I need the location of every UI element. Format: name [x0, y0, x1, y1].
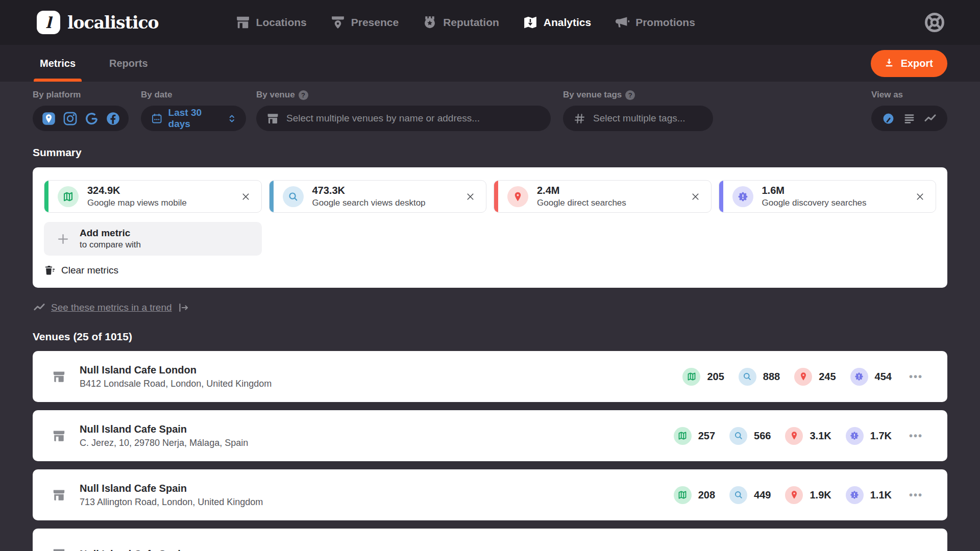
- filter-tags-label: By venue tags: [563, 90, 622, 100]
- calendar-icon: [151, 112, 163, 125]
- discovery-badge-icon: [850, 368, 868, 386]
- list-icon[interactable]: [902, 112, 916, 126]
- venue-row[interactable]: Null Island Cafe Spain: [33, 529, 947, 551]
- map-icon: [58, 186, 79, 207]
- platform-toggle-group[interactable]: [33, 106, 129, 131]
- logo[interactable]: l localistico: [37, 11, 159, 34]
- storefront-icon: [235, 15, 251, 30]
- discovery-badge-icon: [846, 427, 864, 445]
- metric-chip-discovery-searches: 1.6M Google discovery searches: [719, 180, 937, 213]
- export-label: Export: [901, 58, 933, 69]
- metric-chip-direct-searches: 2.4M Google direct searches: [494, 180, 712, 213]
- search-icon: [729, 486, 747, 504]
- tab-metrics[interactable]: Metrics: [34, 45, 82, 82]
- search-icon: [739, 368, 756, 386]
- trend-icon[interactable]: [923, 112, 937, 126]
- tab-reports[interactable]: Reports: [103, 45, 154, 82]
- metric-value: 1.6M: [762, 185, 867, 196]
- row-menu-ellipsis[interactable]: •••: [909, 489, 923, 501]
- metric-value-direct: 1.9K: [810, 489, 831, 501]
- add-metric-title: Add metric: [80, 228, 141, 239]
- bar-arrow-icon: [177, 301, 190, 314]
- store-pin-icon: [330, 15, 346, 30]
- help-circle-icon[interactable]: ?: [625, 90, 635, 100]
- metric-value-discovery: 1.7K: [870, 430, 892, 442]
- venue-metrics: 257 566 3.1K 1.7K •••: [674, 427, 923, 445]
- venue-metrics: 205 888 245 454 •••: [682, 368, 923, 386]
- filter-venue: By venue ?: [256, 90, 551, 131]
- remove-metric-button[interactable]: [690, 191, 701, 202]
- search-icon: [729, 427, 747, 445]
- facebook-icon[interactable]: [105, 111, 121, 127]
- help-lifebuoy-icon[interactable]: [923, 11, 946, 34]
- hashtag-icon: [573, 112, 586, 125]
- plus-icon: [56, 232, 70, 246]
- filter-tags: By venue tags ?: [563, 90, 713, 131]
- summary-card: 324.9K Google map views mobile 473.3K Go…: [33, 167, 947, 288]
- metric-label: Google discovery searches: [762, 198, 867, 208]
- filter-platform: By platform: [33, 90, 129, 131]
- nav-label: Presence: [351, 16, 399, 29]
- filter-date: By date Last 30 days: [141, 90, 246, 131]
- nav-item-locations[interactable]: Locations: [235, 15, 307, 30]
- clear-metrics-label: Clear metrics: [61, 265, 118, 276]
- discovery-badge-icon: [732, 186, 753, 207]
- add-metric-button[interactable]: Add metric to compare with: [44, 222, 262, 256]
- nav-item-reputation[interactable]: Reputation: [422, 15, 499, 30]
- metric-value-search: 888: [763, 371, 780, 383]
- export-button[interactable]: Export: [871, 50, 947, 77]
- trend-icon: [33, 301, 46, 314]
- instagram-icon[interactable]: [62, 111, 78, 127]
- row-menu-ellipsis[interactable]: •••: [909, 371, 923, 383]
- sub-header: Metrics Reports Export: [0, 45, 980, 82]
- venue-row[interactable]: Null Island Cafe London B412 Londsale Ro…: [33, 351, 947, 402]
- metric-value-map: 208: [698, 489, 715, 501]
- remove-metric-button[interactable]: [240, 191, 251, 202]
- venue-name: Null Island Cafe Spain: [80, 548, 187, 551]
- metric-value-discovery: 1.1K: [870, 489, 892, 501]
- venue-address: C. Jerez, 10, 29780 Nerja, Málaga, Spain: [80, 438, 248, 448]
- clear-metrics-button[interactable]: Clear metrics: [44, 264, 936, 277]
- help-circle-icon[interactable]: ?: [299, 90, 308, 100]
- venue-address: 713 Allington Road, London, United Kingd…: [80, 497, 263, 508]
- map-icon: [682, 368, 700, 386]
- tags-search-input[interactable]: [593, 113, 718, 124]
- gauge-icon[interactable]: [881, 112, 895, 126]
- venue-row[interactable]: Null Island Cafe Spain C. Jerez, 10, 297…: [33, 410, 947, 461]
- venue-name: Null Island Cafe London: [80, 364, 272, 376]
- tags-search-box[interactable]: [563, 106, 713, 131]
- nav-item-presence[interactable]: Presence: [330, 15, 399, 30]
- venue-metrics: 208 449 1.9K 1.1K •••: [674, 486, 923, 504]
- remove-metric-button[interactable]: [465, 191, 476, 202]
- download-icon: [883, 57, 895, 69]
- storefront-icon: [266, 112, 279, 125]
- date-range-value: Last 30 days: [168, 107, 221, 130]
- remove-metric-button[interactable]: [915, 191, 925, 202]
- date-range-select[interactable]: Last 30 days: [141, 106, 246, 131]
- view-as-label: View as: [871, 90, 947, 100]
- venue-search-input[interactable]: [286, 113, 541, 124]
- google-icon[interactable]: [84, 111, 100, 127]
- map-arrow-icon: [523, 15, 538, 30]
- metric-value-search: 566: [754, 430, 771, 442]
- brand-name: localistico: [67, 13, 159, 33]
- nav-label: Reputation: [443, 16, 499, 29]
- venue-search-box[interactable]: [256, 106, 551, 131]
- pin-icon: [507, 186, 528, 207]
- venue-row[interactable]: Null Island Cafe Spain 713 Allington Roa…: [33, 469, 947, 520]
- metric-value-direct: 3.1K: [810, 430, 831, 442]
- metric-label: Google direct searches: [537, 198, 626, 208]
- top-nav-bar: l localistico Locations Presence Reputat…: [0, 0, 980, 45]
- trend-link[interactable]: See these metrics in a trend: [33, 301, 947, 314]
- search-icon: [283, 186, 304, 207]
- metric-label: Google search views desktop: [312, 198, 426, 208]
- google-maps-icon[interactable]: [41, 111, 57, 127]
- nav-item-analytics[interactable]: Analytics: [523, 15, 591, 30]
- nav-item-promotions[interactable]: Promotions: [615, 15, 695, 30]
- row-menu-ellipsis[interactable]: •••: [909, 430, 923, 442]
- trend-link-label: See these metrics in a trend: [51, 302, 172, 313]
- metric-value-direct: 245: [819, 371, 836, 383]
- badge-star-icon: [422, 15, 437, 30]
- venues-heading: Venues (25 of 1015): [33, 331, 947, 343]
- nav-label: Locations: [256, 16, 307, 29]
